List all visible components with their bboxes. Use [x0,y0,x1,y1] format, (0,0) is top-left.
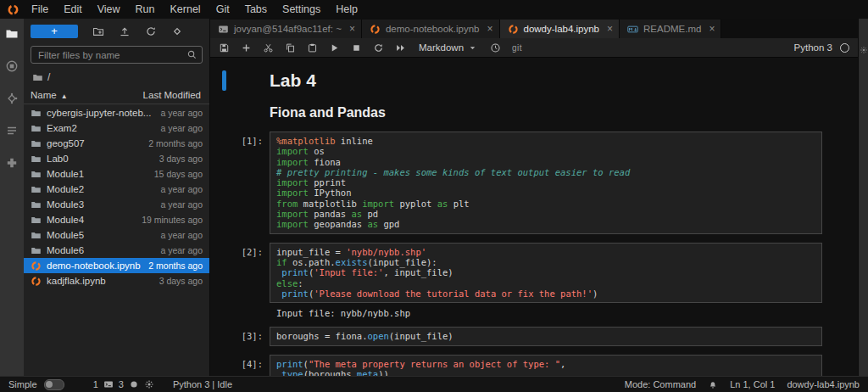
copy-icon[interactable] [285,42,296,53]
notebook-icon [508,24,519,35]
running-sessions[interactable]: 1 3 [93,379,154,389]
restart-icon[interactable] [373,42,384,53]
code-line: print('Please download the tutorial data… [276,288,815,299]
markdown-cell[interactable]: Lab 4 [222,70,858,92]
kernel-count: 3 [119,379,124,389]
file-row[interactable]: kadjflak.ipynb3 days ago [24,273,209,288]
file-row[interactable]: Lab03 days ago [24,151,209,166]
menu-help[interactable]: Help [328,0,365,19]
git-toolbar-label[interactable]: git [512,43,522,53]
file-row[interactable]: Module419 minutes ago [24,212,209,227]
cell-output: Input file: nybb/nybb.shp [270,303,822,318]
code-cell[interactable]: [4]:print("The meta property returns an … [222,355,858,376]
filter-files-input[interactable] [31,46,203,64]
cursor-position[interactable]: Ln 1, Col 1 [730,379,775,389]
code-cell[interactable]: [1]:%matplotlib inlineimport osimport fi… [222,132,858,234]
home-folder-icon[interactable] [32,72,43,83]
file-row[interactable]: geog5072 months ago [24,136,209,151]
close-icon[interactable]: × [607,24,613,34]
file-row[interactable]: Module6a year ago [24,243,209,258]
code-cell[interactable]: [2]:input_file = 'nybb/nybb.shp'if os.pa… [222,243,858,319]
file-modified: 19 minutes ago [142,215,203,225]
paste-icon[interactable] [307,42,318,53]
file-name: Module6 [47,245,155,255]
file-row[interactable]: Module2a year ago [24,182,209,197]
folder-icon [31,245,42,256]
cell-prompt [231,104,270,121]
terminal-count: 1 [93,379,98,389]
column-last-modified[interactable]: Last Modified [143,90,201,100]
cell-type-value: Markdown [419,42,464,53]
code-line: print('Input file:', input_file) [276,267,815,277]
menu-kernel[interactable]: Kernel [163,0,209,19]
file-modified: a year ago [160,245,203,255]
notification-bell-icon[interactable] [708,379,718,389]
sort-asc-icon: ▲ [61,92,68,100]
menu-edit[interactable]: Edit [56,0,90,19]
kernel-status-text[interactable]: Python 3 | Idle [173,379,232,389]
folder-icon [31,169,42,180]
tab-readme-md[interactable]: README.md× [620,20,721,38]
file-modified: a year ago [160,230,203,240]
close-icon[interactable]: × [487,24,493,34]
right-sidebar-strip [858,19,868,376]
file-row[interactable]: cybergis-jupyter-noteb...a year ago [24,105,209,120]
breadcrumb[interactable]: / [24,68,209,88]
close-icon[interactable]: × [349,24,355,34]
file-row[interactable]: demo-notebook.ipynb2 months ago [24,258,209,273]
file-row[interactable]: Exam2a year ago [24,120,209,136]
terminal-icon [218,24,229,35]
markdown-icon [627,24,638,35]
code-line: input_file = 'nybb/nybb.shp' [276,247,815,257]
file-row[interactable]: Module5a year ago [24,227,209,243]
menu-file[interactable]: File [24,0,56,19]
run-all-icon[interactable] [395,42,406,53]
menu-git[interactable]: Git [209,0,237,19]
sidebar-tab-files[interactable] [5,27,19,41]
code-editor[interactable]: input_file = 'nybb/nybb.shp'if os.path.e… [270,243,822,303]
kernel-name[interactable]: Python 3 [794,42,832,53]
code-editor[interactable]: %matplotlib inlineimport osimport fiona#… [270,132,822,234]
sidebar-tab-git[interactable] [5,92,19,105]
menu-view[interactable]: View [90,0,128,19]
history-clock-icon[interactable] [490,42,501,53]
code-line: import pandas as pd [276,209,815,219]
file-list: cybergis-jupyter-noteb...a year agoExam2… [24,104,209,376]
menu-settings[interactable]: Settings [275,0,328,19]
git-clone-icon[interactable] [171,25,183,37]
column-name[interactable]: Name▲ [31,90,68,100]
sidebar-tab-running[interactable] [5,59,19,73]
menu-tabs[interactable]: Tabs [237,0,275,19]
code-cell[interactable]: [3]:boroughs = fiona.open(input_file) [222,327,858,345]
new-folder-icon[interactable] [92,25,104,37]
sidebar-tab-toc[interactable] [5,124,19,137]
stop-icon[interactable] [351,42,362,53]
cell-collapser[interactable] [222,70,226,91]
cut-icon[interactable] [263,42,274,53]
menu-run[interactable]: Run [128,0,163,19]
code-editor[interactable]: boroughs = fiona.open(input_file) [270,327,822,345]
simple-mode-toggle[interactable] [44,379,64,390]
file-row[interactable]: Module3a year ago [24,197,209,212]
sidebar-tab-extensions[interactable] [5,156,19,170]
file-name: cybergis-jupyter-noteb... [47,108,155,118]
new-launcher-button[interactable]: + [31,25,78,38]
tab-jovyan-514af9ac11ef[interactable]: jovyan@514af9ac11ef: ~× [210,20,362,38]
cell-type-dropdown[interactable]: Markdown [417,42,479,53]
folder-icon [31,215,42,226]
gear-icon[interactable] [144,379,154,389]
add-icon[interactable] [241,42,252,53]
code-editor[interactable]: print("The meta property returns an obje… [270,355,822,376]
save-icon[interactable] [219,42,230,53]
upload-icon[interactable] [119,25,131,37]
markdown-cell[interactable]: Fiona and Pandas [222,104,858,121]
tab-demo-notebook-ipynb[interactable]: demo-notebook.ipynb× [362,20,500,38]
file-row[interactable]: Module115 days ago [24,166,209,182]
close-icon[interactable]: × [709,24,715,34]
property-inspector-gear-icon[interactable] [860,46,868,54]
kernel-status-icon[interactable] [840,43,849,53]
cell-prompt [231,70,270,92]
run-icon[interactable] [329,42,340,53]
tab-dowdy-lab4-ipynb[interactable]: dowdy-lab4.ipynb× [500,20,620,38]
refresh-icon[interactable] [145,25,157,37]
